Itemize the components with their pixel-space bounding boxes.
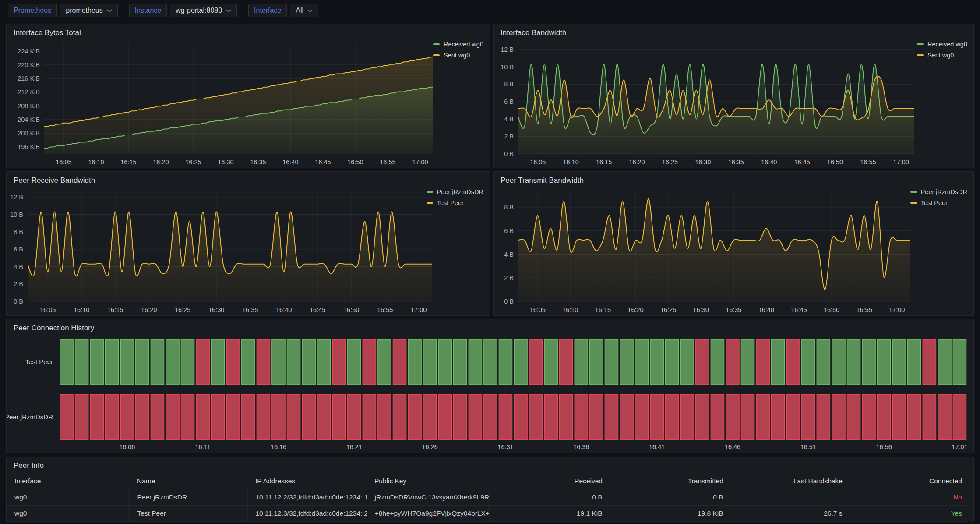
cell-ip-addresses: 10.11.12.2/32,fdfd:d3ad:c0de:1234::1/128 (247, 489, 367, 506)
status-bar (120, 339, 134, 385)
interface-bandwidth-chart[interactable]: 0 B2 B4 B6 B8 B10 B12 B16:0516:1016:1516… (494, 24, 973, 168)
y-axis-tick-label: 0 B (14, 298, 23, 305)
status-bar (272, 394, 285, 440)
y-axis-tick-label: 224 KiB (18, 48, 40, 55)
x-axis-tick-label: 16:11 (195, 443, 211, 450)
legend-item-received-wg0[interactable]: Received wg0 (917, 41, 967, 48)
column-header-received[interactable]: Received (489, 474, 609, 489)
column-header-name[interactable]: Name (129, 474, 247, 489)
x-axis-tick-label: 16:10 (88, 159, 104, 166)
peer-receive-bandwidth-chart[interactable]: 0 B2 B4 B6 B8 B10 B12 B16:0516:1016:1516… (7, 172, 490, 315)
status-bar (817, 339, 830, 385)
status-bar (106, 339, 119, 385)
status-bar (212, 339, 225, 385)
column-header-transmitted[interactable]: Transmitted (609, 474, 730, 489)
status-bar (892, 339, 906, 385)
cell-ip-addresses: 10.11.12.3/32,fdfd:d3ad:c0de:1234::2/128 (247, 506, 367, 522)
legend-item-test-peer[interactable]: Test Peer (910, 199, 948, 206)
x-axis-tick-label: 16:40 (758, 306, 774, 313)
interface-bytes-total-chart[interactable]: 196 KiB200 KiB204 KiB208 KiB212 KiB216 K… (7, 24, 490, 168)
column-header-public-key[interactable]: Public Key (367, 474, 489, 489)
peer-transmit-bandwidth-chart[interactable]: 0 B2 B4 B6 B8 B16:0516:1016:1516:2016:25… (494, 172, 973, 315)
x-axis-tick-label: 16:15 (107, 306, 123, 313)
var-value-prometheus[interactable]: prometheus (60, 4, 118, 17)
status-bar (332, 339, 345, 385)
status-bar (680, 339, 694, 385)
legend-swatch (917, 43, 924, 45)
x-axis-tick-label: 16:21 (346, 443, 362, 450)
status-bar (575, 394, 588, 440)
y-axis-tick-label: 0 B (504, 150, 514, 157)
x-axis-tick-label: 16:20 (627, 306, 643, 313)
x-axis-tick-label: 16:31 (497, 443, 513, 450)
status-bar (620, 339, 633, 385)
legend-item-test-peer[interactable]: Test Peer (427, 199, 464, 206)
x-axis-tick-label: 16:56 (876, 443, 892, 450)
status-bar (711, 394, 724, 440)
status-bar (923, 339, 936, 385)
status-bar (226, 394, 240, 440)
legend-item-peer-jrzmdsdr[interactable]: Peer jRzmDsDR (910, 188, 967, 195)
status-bar (635, 339, 649, 385)
column-header-ip-addresses[interactable]: IP Addresses (247, 474, 367, 489)
legend-item-received-wg0[interactable]: Received wg0 (433, 41, 483, 48)
status-bar (878, 339, 891, 385)
x-axis-tick-label: 16:50 (343, 306, 359, 313)
status-bar (348, 394, 361, 440)
legend-item-sent-wg0[interactable]: Sent wg0 (433, 52, 470, 59)
peer-connection-history-chart[interactable]: Test PeerPeer jRzmDsDR16:0616:1116:1616:… (7, 319, 973, 453)
y-axis-tick-label: 8 B (14, 228, 23, 235)
status-bar (726, 394, 739, 440)
y-axis-tick-label: 204 KiB (18, 116, 40, 123)
series-test-peer (518, 199, 910, 301)
legend-swatch (433, 54, 440, 56)
x-axis-tick-label: 16:45 (794, 159, 810, 166)
x-axis-tick-label: 17:00 (893, 159, 909, 166)
x-axis-tick-label: 17:00 (889, 306, 905, 313)
status-bar (938, 339, 951, 385)
legend: Peer jRzmDsDRTest Peer (910, 188, 967, 206)
status-bar (635, 394, 649, 440)
x-axis-tick-label: 16:26 (422, 443, 437, 450)
panel-peer-info: Peer Info InterfaceNameIP AddressesPubli… (6, 457, 974, 522)
column-header-connected[interactable]: Connected (849, 474, 968, 489)
column-header-interface[interactable]: Interface (7, 474, 129, 489)
legend-swatch (433, 43, 440, 45)
y-axis-tick-label: 220 KiB (18, 61, 40, 68)
panel-title[interactable]: Peer Info (7, 457, 973, 474)
x-axis-tick-label: 16:46 (725, 443, 740, 450)
status-bar (196, 394, 209, 440)
status-row-label: Peer jRzmDsDR (7, 413, 53, 421)
panel-peer-receive-bandwidth: Peer Receive Bandwidth 0 B2 B4 B6 B8 B10… (6, 171, 490, 316)
x-axis-tick-label: 16:15 (120, 159, 136, 166)
status-bar (317, 394, 331, 440)
status-bar (892, 394, 906, 440)
y-axis-tick-label: 4 B (504, 116, 514, 123)
column-header-last-handshake[interactable]: Last Handshake (730, 474, 849, 489)
cell-transmitted: 0 B (609, 489, 730, 506)
y-axis-tick-label: 6 B (504, 227, 514, 234)
table-row: wg0Test Peer10.11.12.3/32,fdfd:d3ad:c0de… (7, 506, 968, 522)
status-bar (226, 339, 240, 385)
x-axis-tick-label: 16:15 (595, 306, 611, 313)
status-bar (680, 394, 694, 440)
legend-item-sent-wg0[interactable]: Sent wg0 (917, 52, 954, 59)
status-bar (756, 394, 769, 440)
status-bar (832, 339, 845, 385)
legend: Received wg0Sent wg0 (917, 41, 967, 59)
panel-peer-connection-history: Peer Connection History Test PeerPeer jR… (6, 319, 974, 453)
legend-label: Sent wg0 (927, 52, 954, 59)
var-value-interface[interactable]: All (290, 4, 318, 17)
x-axis-tick-label: 16:25 (662, 159, 678, 166)
legend-item-peer-jrzmdsdr[interactable]: Peer jRzmDsDR (427, 188, 483, 195)
x-axis-tick-label: 16:10 (562, 306, 578, 313)
x-axis-tick-label: 16:45 (791, 306, 807, 313)
var-value-instance[interactable]: wg-portal:8080 (170, 4, 237, 17)
x-axis-tick-label: 16:55 (856, 306, 872, 313)
status-bar (514, 339, 527, 385)
status-bar (393, 339, 406, 385)
y-axis-tick-label: 0 B (504, 298, 514, 305)
var-value-text: wg-portal:8080 (176, 7, 222, 14)
status-bar (560, 339, 573, 385)
legend-swatch (427, 202, 433, 204)
